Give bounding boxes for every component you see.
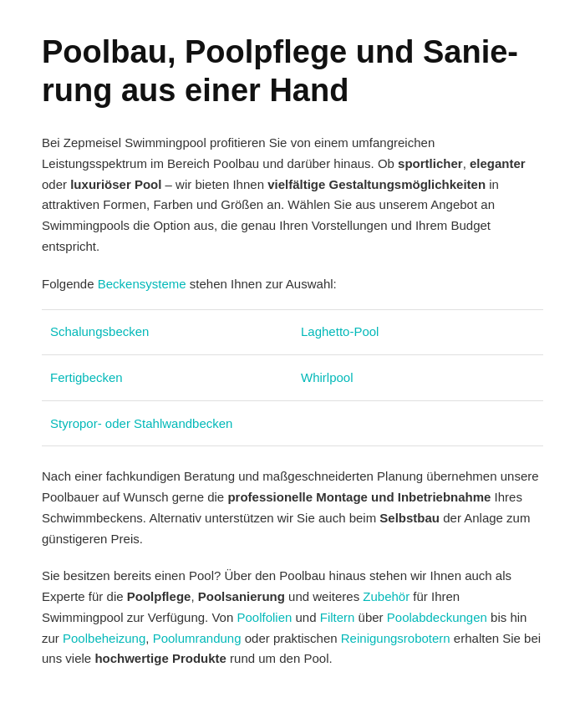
pool-list: Schalungsbecken Laghetto-Pool Fertigbeck…: [42, 309, 543, 447]
poolumrandung-link[interactable]: Poolumrandung: [153, 631, 242, 645]
pool-item-fertigbecken: Fertigbecken: [42, 355, 292, 401]
styropor-link[interactable]: Styropor- oder Stahlwandbecken: [50, 414, 232, 434]
beckensysteme-intro: Folgende Beckensysteme stehen Ihnen zur …: [42, 274, 543, 294]
laghetto-link[interactable]: Laghetto-Pool: [301, 322, 379, 342]
pool-item-schalungsbecken: Schalungsbecken: [42, 310, 292, 356]
reinigungsrobotern-link[interactable]: Reinigungsrobotern: [341, 631, 450, 645]
intro-paragraph: Bei Zepmeisel Swimmingpool profitieren S…: [42, 133, 543, 257]
page-title: Poolbau, Poolpflege und Sanie-rung aus e…: [42, 33, 543, 109]
fertigbecken-link[interactable]: Fertigbecken: [50, 368, 123, 388]
zubehoer-link[interactable]: Zubehör: [363, 589, 410, 603]
empty-cell: [292, 401, 543, 447]
beckensysteme-link[interactable]: Beckensysteme: [98, 277, 186, 291]
schalungsbecken-link[interactable]: Schalungsbecken: [50, 322, 149, 342]
montage-paragraph: Nach einer fachkundigen Beratung und maß…: [42, 466, 543, 549]
whirlpool-link[interactable]: Whirlpool: [301, 368, 354, 388]
poolfolien-link[interactable]: Poolfolien: [237, 610, 292, 624]
pool-item-laghetto: Laghetto-Pool: [292, 310, 543, 356]
pool-list-grid: Schalungsbecken Laghetto-Pool Fertigbeck…: [42, 309, 543, 447]
pool-item-whirlpool: Whirlpool: [292, 355, 543, 401]
poolabdeckungen-link[interactable]: Poolabdeckungen: [387, 610, 487, 624]
poolpflege-paragraph: Sie besitzen bereits einen Pool? Über de…: [42, 566, 543, 669]
poolbeheizung-link[interactable]: Poolbeheizung: [63, 631, 145, 645]
pool-item-styropor: Styropor- oder Stahlwandbecken: [42, 401, 292, 447]
filtern-link[interactable]: Filtern: [320, 610, 355, 624]
